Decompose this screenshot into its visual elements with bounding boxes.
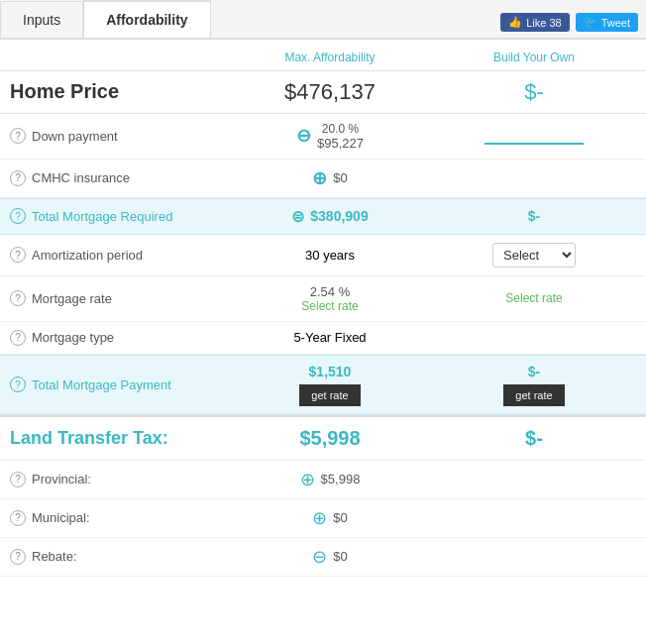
amortization-info-icon[interactable]: ?: [10, 247, 26, 263]
total-payment-build-amount: $-: [528, 364, 540, 379]
fb-icon: 👍: [508, 16, 522, 29]
municipal-amount: $0: [333, 510, 347, 525]
municipal-label-group: ? Municipal:: [10, 510, 228, 526]
total-mortgage-label: Total Mortgage Required: [32, 209, 172, 224]
mortgage-rate-row: ? Mortgage rate 2.54 % Select rate Selec…: [0, 276, 646, 322]
total-mortgage-equal-icon: ⊜: [291, 207, 304, 226]
mortgage-type-info-icon[interactable]: ?: [10, 330, 26, 346]
home-price-label: Home Price: [10, 80, 228, 103]
fb-label: Like 38: [526, 17, 561, 29]
provincial-info-icon[interactable]: ?: [10, 472, 26, 487]
tw-label: Tweet: [601, 17, 630, 29]
cmhc-center: ⊕ $0: [228, 167, 432, 189]
cmhc-amount: $0: [333, 170, 347, 185]
mortgage-type-value: 5-Year Fixed: [228, 330, 432, 345]
mortgage-rate-info-icon[interactable]: ?: [10, 290, 26, 306]
select-rate-link[interactable]: Select rate: [228, 299, 432, 313]
municipal-plus-icon: ⊕: [312, 507, 327, 529]
cmhc-label: CMHC insurance: [32, 170, 130, 185]
total-payment-row: ? Total Mortgage Payment $1,510 get rate…: [0, 355, 646, 415]
rebate-minus-icon: ⊖: [312, 546, 327, 568]
cmhc-info-icon[interactable]: ?: [10, 170, 26, 186]
total-mortgage-center: ⊜ $380,909: [228, 207, 432, 226]
col1-header: [10, 50, 228, 66]
mortgage-type-label-group: ? Mortgage type: [10, 330, 228, 346]
rebate-label-group: ? Rebate:: [10, 549, 228, 565]
mortgage-rate-value: 2.54 %: [228, 284, 432, 299]
cmhc-label-group: ? CMHC insurance: [10, 170, 228, 186]
total-mortgage-build: $-: [432, 208, 636, 224]
total-mortgage-row: ? Total Mortgage Required ⊜ $380,909 $-: [0, 198, 646, 235]
amortization-row: ? Amortization period 30 years Select 10…: [0, 235, 646, 276]
down-payment-minus-icon: ⊖: [296, 125, 311, 147]
amortization-value: 30 years: [228, 248, 432, 263]
social-bar: 👍 Like 38 🐦 Tweet: [492, 7, 646, 38]
down-payment-input[interactable]: [484, 127, 584, 145]
total-payment-label-group: ? Total Mortgage Payment: [10, 376, 228, 392]
total-mortgage-label-group: ? Total Mortgage Required: [10, 208, 228, 224]
provincial-amount: $5,998: [321, 472, 361, 486]
tab-affordability[interactable]: Affordability: [83, 0, 210, 38]
land-transfer-tax-row: Land Transfer Tax: $5,998 $-: [0, 415, 646, 461]
land-transfer-tax-build: $-: [432, 427, 636, 450]
tab-bar: Inputs Affordability 👍 Like 38 🐦 Tweet: [0, 0, 646, 40]
twitter-tweet-button[interactable]: 🐦 Tweet: [576, 13, 638, 32]
down-payment-center: ⊖ 20.0 % $95,227: [228, 122, 432, 151]
rebate-center: ⊖ $0: [228, 546, 432, 568]
cmhc-plus-icon: ⊕: [312, 167, 327, 189]
mortgage-rate-build[interactable]: Select rate: [432, 291, 636, 305]
down-payment-percent: 20.0 %: [317, 122, 364, 136]
total-payment-build: $- get rate: [432, 364, 636, 406]
provincial-plus-icon: ⊕: [300, 469, 315, 490]
land-transfer-tax-amount: $5,998: [228, 427, 432, 450]
mortgage-rate-label-group: ? Mortgage rate: [10, 290, 228, 306]
rebate-info-icon[interactable]: ?: [10, 549, 26, 565]
municipal-center: ⊕ $0: [228, 507, 432, 529]
municipal-label: Municipal:: [32, 510, 90, 525]
mortgage-rate-label: Mortgage rate: [32, 291, 112, 306]
municipal-info-icon[interactable]: ?: [10, 510, 26, 526]
provincial-label-group: ? Provincial:: [10, 472, 228, 487]
total-payment-amount: $1,510: [309, 364, 352, 379]
total-mortgage-amount: $380,909: [310, 208, 368, 224]
mortgage-rate-center: 2.54 % Select rate: [228, 284, 432, 313]
mortgage-type-label: Mortgage type: [32, 330, 114, 345]
home-price-row: Home Price $476,137 $-: [0, 70, 646, 114]
down-payment-info-icon[interactable]: ?: [10, 128, 26, 144]
total-mortgage-info-icon[interactable]: ?: [10, 208, 26, 224]
down-payment-row: ? Down payment ⊖ 20.0 % $95,227: [0, 114, 646, 160]
total-payment-label: Total Mortgage Payment: [32, 377, 171, 392]
down-payment-label: Down payment: [32, 129, 118, 144]
amortization-build[interactable]: Select 10 years 15 years 20 years 25 yea…: [432, 243, 636, 268]
cmhc-row: ? CMHC insurance ⊕ $0: [0, 160, 646, 198]
column-headers: Max. Affordability Build Your Own: [0, 40, 646, 70]
facebook-like-button[interactable]: 👍 Like 38: [500, 13, 569, 32]
down-payment-amount: $95,227: [317, 136, 364, 151]
amortization-select[interactable]: Select 10 years 15 years 20 years 25 yea…: [492, 243, 576, 268]
amortization-label-group: ? Amortization period: [10, 247, 228, 263]
total-payment-info-icon[interactable]: ?: [10, 376, 26, 392]
build-get-rate-button[interactable]: get rate: [503, 384, 564, 406]
provincial-label: Provincial:: [32, 472, 91, 486]
rebate-label: Rebate:: [32, 549, 77, 564]
mortgage-type-row: ? Mortgage type 5-Year Fixed: [0, 322, 646, 355]
twitter-icon: 🐦: [584, 16, 597, 29]
rebate-row: ? Rebate: ⊖ $0: [0, 538, 646, 577]
municipal-row: ? Municipal: ⊕ $0: [0, 499, 646, 538]
down-payment-build[interactable]: [432, 127, 636, 145]
total-payment-center: $1,510 get rate: [228, 364, 432, 406]
amortization-label: Amortization period: [32, 248, 143, 263]
home-price-max-value: $476,137: [228, 79, 432, 105]
provincial-row: ? Provincial: ⊕ $5,998: [0, 461, 646, 499]
col2-header: Max. Affordability: [228, 50, 432, 66]
provincial-center: ⊕ $5,998: [228, 469, 432, 490]
get-rate-button[interactable]: get rate: [299, 384, 360, 406]
rebate-amount: $0: [333, 549, 347, 564]
build-select-rate-link[interactable]: Select rate: [432, 291, 636, 305]
land-transfer-tax-label: Land Transfer Tax:: [10, 428, 228, 449]
col3-header: Build Your Own: [432, 50, 636, 66]
down-payment-label-group: ? Down payment: [10, 128, 228, 144]
home-price-build-value: $-: [432, 79, 636, 105]
tab-inputs[interactable]: Inputs: [0, 1, 83, 38]
